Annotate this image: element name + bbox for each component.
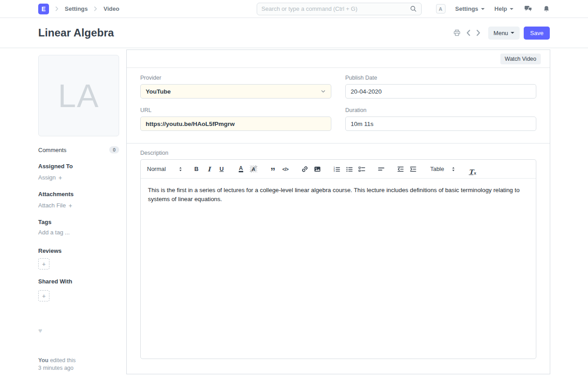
background-color-icon[interactable]: A [247,163,260,175]
url-input[interactable] [146,121,326,127]
svg-text:3: 3 [334,170,335,172]
attachments-heading: Attachments [38,191,119,197]
save-button[interactable]: Save [524,27,550,40]
page-actions: Menu Save [448,27,550,40]
bold-icon[interactable]: B [190,163,203,175]
outdent-icon[interactable] [394,163,407,175]
modified-when: 3 minutes ago [38,364,119,372]
assigned-to-heading: Assigned To [38,163,119,170]
description-editor-content[interactable]: This is the first in a series of lecture… [141,179,536,359]
blockquote-icon[interactable]: ” [267,163,279,175]
publish-date-label: Publish Date [345,75,536,81]
user-avatar[interactable]: A [436,4,445,13]
sort-arrows-icon [178,166,183,172]
duration-control [345,117,536,131]
page-head: Linear Algebra Menu Save [0,18,588,48]
duration-input[interactable] [351,121,531,127]
reviews-heading: Reviews [38,247,119,254]
text-color-icon[interactable]: A [235,163,247,175]
publish-date-input[interactable] [351,88,531,95]
provider-select[interactable]: YouTube [140,84,331,99]
watch-video-button[interactable]: Watch Video [500,54,541,64]
shared-with-heading: Shared With [38,278,119,285]
modified-action: edited this [50,357,76,364]
url-label: URL [140,107,331,113]
tags-heading: Tags [38,219,119,225]
indent-icon[interactable] [407,163,419,175]
paragraph-style-dropdown[interactable]: Normal [147,166,183,172]
document-image-placeholder[interactable]: LA [38,55,119,136]
link-icon[interactable] [298,163,311,175]
chevron-down-icon [511,32,514,34]
page-title: Linear Algebra [38,27,114,39]
breadcrumb-settings[interactable]: Settings [65,5,88,12]
comments-label: Comments [38,147,67,153]
description-label: Description [140,150,536,156]
like-heart-icon[interactable]: ♥ [38,327,45,334]
table-dropdown[interactable]: Table [430,166,456,172]
field-url: URL [140,107,331,131]
form-sidebar: LA Comments 0 Assigned To Assign Attachm… [38,48,119,372]
chat-icon[interactable] [524,5,532,12]
provider-label: Provider [140,75,331,81]
settings-dropdown[interactable]: Settings [455,5,485,12]
code-icon[interactable]: </> [279,163,292,175]
notifications-bell-icon[interactable] [543,5,550,13]
chevron-right-icon [54,6,59,11]
chevron-right-icon [93,6,98,11]
prev-record-icon[interactable] [466,30,471,36]
chevron-down-icon [481,8,485,10]
assign-button[interactable]: Assign [38,174,62,181]
plus-icon [68,202,72,209]
comments-count-badge: 0 [109,146,119,153]
global-search[interactable] [257,3,422,15]
add-review-button[interactable] [38,258,49,269]
content: LA Comments 0 Assigned To Assign Attachm… [38,48,550,374]
bullet-list-icon[interactable] [343,163,356,175]
italic-icon[interactable]: I [203,163,215,175]
field-provider: Provider YouTube [140,75,331,99]
modified-info: You edited this 3 minutes ago [38,357,119,372]
form-toolbar-band: Watch Video [127,50,550,68]
navbar: E Settings Video A Settings [0,0,588,18]
field-publish-date: Publish Date [345,75,536,99]
form-fields-section: Provider YouTube Publish Date URL [127,68,550,143]
publish-date-control [345,84,536,99]
chevron-down-icon [321,89,326,94]
rich-text-editor: Normal B I U A A ” </> [140,159,536,359]
sort-arrows-icon [450,166,456,172]
search-input[interactable] [262,5,410,12]
plus-icon [58,174,62,181]
description-section: Description Normal B I U A A [127,143,550,373]
plus-icon [42,260,45,268]
print-icon[interactable] [453,29,461,36]
modified-by: You [38,357,49,364]
form-layout: Watch Video Provider YouTube Publish Dat… [126,49,550,374]
plus-icon [42,292,45,300]
description-text: This is the first in a series of lecture… [148,186,529,204]
add-share-button[interactable] [38,290,49,301]
image-icon[interactable] [311,163,324,175]
app-logo[interactable]: E [38,4,49,14]
breadcrumb-video[interactable]: Video [103,5,119,12]
field-duration: Duration [345,107,536,131]
remove-format-icon[interactable]: Tx [466,163,479,175]
underline-icon[interactable]: U [215,163,228,175]
app-window: E Settings Video A Settings [0,0,588,377]
attach-file-button[interactable]: Attach File [38,202,72,209]
page-head-inner: Linear Algebra Menu Save [38,27,550,40]
help-dropdown[interactable]: Help [494,5,513,12]
url-control [140,117,331,131]
navbar-inner: E Settings Video A Settings [38,3,550,15]
chevron-down-icon [510,8,513,10]
duration-label: Duration [345,107,536,113]
sidebar-item-comments[interactable]: Comments 0 [38,146,119,153]
add-tag-input[interactable]: Add a tag ... [38,229,70,236]
next-record-icon[interactable] [476,30,481,36]
align-icon[interactable] [375,163,388,175]
search-icon[interactable] [410,5,417,12]
check-list-icon[interactable] [356,163,368,175]
editor-toolbar: Normal B I U A A ” </> [141,160,536,179]
menu-button[interactable]: Menu [488,27,520,40]
ordered-list-icon[interactable]: 123 [330,163,343,175]
